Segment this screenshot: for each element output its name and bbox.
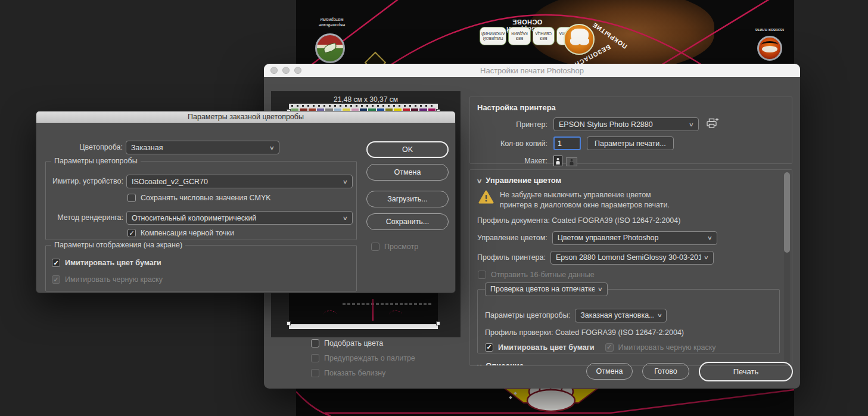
scrollbar-thumb[interactable] bbox=[784, 172, 790, 253]
proof-setup-label: Параметры цветопробы: bbox=[485, 311, 570, 319]
checkbox-label: Имитировать черную краску bbox=[618, 343, 716, 352]
printer-label: Принтер: bbox=[477, 120, 547, 129]
printer-setup-panel: Настройка принтера Принтер: EPSON Stylus… bbox=[469, 97, 792, 164]
chevron-down-icon: ∨ bbox=[598, 286, 603, 292]
simulate-black-checkbox[interactable]: Имитировать черную краску bbox=[52, 275, 163, 284]
device-select[interactable]: ISOcoated_v2_GCR70 ∨ bbox=[126, 175, 353, 188]
custom-proof-dialog: Параметры заказной цветопробы Цветопроба… bbox=[36, 111, 456, 293]
tiny-caption-line bbox=[343, 303, 432, 305]
checkbox-box[interactable] bbox=[127, 229, 136, 237]
checkbox-label: Имитировать цвет бумаги bbox=[498, 343, 595, 352]
color-management-panel: ∨Управление цветом Не забудьте выключить… bbox=[469, 169, 792, 366]
color-management-warning: Не забудьте выключить управление цветом … bbox=[478, 190, 785, 210]
pan-icon bbox=[762, 46, 777, 52]
printer-select-value: EPSON Stylus Photo R2880 bbox=[559, 120, 686, 129]
intent-label: Метод рендеринга: bbox=[46, 213, 123, 222]
printer-select[interactable]: EPSON Stylus Photo R2880 ∨ bbox=[553, 117, 699, 131]
proof-dialog-titlebar[interactable]: Параметры заказной цветопробы bbox=[36, 111, 455, 123]
proof-setup-select[interactable]: Заказная установка... ∨ bbox=[575, 309, 667, 322]
color-management-header[interactable]: ∨Управление цветом bbox=[477, 176, 785, 185]
dialog-footer: Отмена Готово Печать bbox=[264, 354, 800, 389]
simulate-black-checkbox[interactable]: Имитировать черную краску bbox=[605, 343, 716, 352]
proof-profile-line: Профиль проверки: Coated FOGRA39 (ISO 12… bbox=[485, 328, 772, 337]
chevron-down-icon: ∨ bbox=[269, 145, 275, 151]
proof-dialog-buttons: OK Отмена Загрузить... Сохранить... Прос… bbox=[366, 141, 449, 251]
checkbox-box[interactable] bbox=[485, 343, 493, 352]
chevron-down-icon: ∨ bbox=[704, 254, 709, 260]
match-colors-checkbox[interactable]: Подобрать цвета bbox=[311, 339, 415, 347]
checkbox-label: Сохранять числовые значения CMYK bbox=[141, 194, 271, 202]
checkbox-label: Отправить 16-битные данные bbox=[491, 271, 595, 279]
send-16bit-checkbox[interactable]: Отправить 16-битные данные bbox=[478, 271, 785, 279]
load-button[interactable]: Загрузить... bbox=[366, 191, 449, 207]
fist-graphic bbox=[505, 389, 598, 411]
selection-handle[interactable] bbox=[287, 321, 291, 325]
proof-conditions-fieldset: Параметры цветопробы Имитир. устройство:… bbox=[45, 161, 357, 240]
checkbox-label: Просмотр bbox=[384, 243, 418, 251]
printer-setup-header: Настройка принтера bbox=[477, 103, 785, 112]
checkbox-box[interactable] bbox=[478, 271, 486, 279]
warning-icon bbox=[478, 190, 494, 204]
preserve-cmyk-checkbox[interactable]: Сохранять числовые значения CMYK bbox=[127, 194, 271, 202]
proof-preset-select[interactable]: Заказная ∨ bbox=[126, 141, 279, 154]
color-handling-row: Управление цветом: Цветом управляет Phot… bbox=[477, 231, 785, 245]
panel-scrollbar[interactable] bbox=[784, 172, 790, 364]
checkbox-box[interactable] bbox=[605, 343, 614, 352]
leaf-icon bbox=[323, 43, 337, 54]
print-mode-select[interactable]: Проверка цветов на отпечатке ∨ bbox=[485, 282, 608, 296]
chevron-down-icon: ∨ bbox=[343, 215, 348, 221]
color-handling-select[interactable]: Цветом управляет Photoshop ∨ bbox=[552, 231, 717, 245]
document-profile-line: Профиль документа: Coated FOGRA39 (ISO 1… bbox=[477, 216, 785, 225]
eu-materials-logo bbox=[315, 33, 345, 63]
checkbox-label: Подобрать цвета bbox=[324, 339, 383, 347]
checkbox-label: Имитировать черную краску bbox=[65, 275, 163, 284]
right-logo-caption: газовая плита bbox=[750, 27, 789, 33]
simulate-paper-checkbox[interactable]: Имитировать цвет бумаги bbox=[52, 259, 161, 267]
device-value: ISOcoated_v2_GCR70 bbox=[132, 178, 340, 186]
packaging-badge: БЕЗ КАДМИЯ bbox=[508, 27, 530, 45]
print-mode-value: Проверка цветов на отпечатке bbox=[490, 285, 595, 293]
proof-dialog-body: Цветопроба: Заказная ∨ Параметры цветопр… bbox=[36, 123, 455, 293]
proof-preset-value: Заказная bbox=[131, 144, 266, 152]
add-printer-icon[interactable] bbox=[706, 117, 719, 131]
checkbox-label: Компенсация черной точки bbox=[141, 229, 234, 237]
print-options-button[interactable]: Параметры печати... bbox=[587, 136, 674, 150]
proof-setup-row: Параметры цветопробы: Заказная установка… bbox=[485, 309, 772, 322]
printer-profile-label: Профиль принтера: bbox=[477, 253, 546, 262]
selection-handle[interactable] bbox=[436, 321, 440, 325]
done-button[interactable]: Готово bbox=[642, 363, 689, 380]
ok-button[interactable]: OK bbox=[366, 141, 449, 158]
save-button[interactable]: Сохранить... bbox=[366, 213, 449, 230]
crimson-arc-mark bbox=[389, 311, 402, 318]
cancel-button[interactable]: Отмена bbox=[366, 164, 449, 181]
page-size-label: 21,48 см x 30,37 см bbox=[271, 95, 461, 104]
gas-stove-logo bbox=[757, 36, 782, 61]
intent-value: Относительный колориметрический bbox=[132, 214, 340, 222]
copies-label: Кол-во копий: bbox=[477, 139, 547, 148]
print-button[interactable]: Печать bbox=[699, 362, 793, 381]
checkbox-box[interactable] bbox=[52, 259, 60, 267]
portrait-orientation-icon[interactable] bbox=[553, 156, 562, 166]
proof-setup-value: Заказная установка... bbox=[580, 311, 654, 319]
settings-column: Настройка принтера Принтер: EPSON Stylus… bbox=[469, 97, 792, 366]
copies-input[interactable] bbox=[553, 136, 581, 150]
crimson-arc-mark bbox=[323, 311, 337, 318]
cancel-button[interactable]: Отмена bbox=[586, 363, 633, 380]
registration-marks bbox=[291, 105, 435, 107]
checkbox-box[interactable] bbox=[52, 275, 60, 284]
printer-profile-select[interactable]: Epson 2880 Lomond SemiGlossy 30-03-2017.… bbox=[550, 251, 714, 265]
preview-checkbox[interactable]: Просмотр bbox=[371, 243, 449, 251]
simulate-paper-checkbox[interactable]: Имитировать цвет бумаги bbox=[485, 343, 595, 352]
rendering-intent-select[interactable]: Относительный колориметрический ∨ bbox=[126, 211, 353, 225]
window-titlebar[interactable]: Настройки печати Photoshop bbox=[264, 64, 800, 77]
checkbox-box[interactable] bbox=[371, 243, 379, 251]
checkbox-box[interactable] bbox=[311, 339, 319, 347]
checkbox-box[interactable] bbox=[127, 194, 136, 202]
fieldset-legend: Параметры отображения (на экране) bbox=[51, 241, 185, 249]
lungs-icon bbox=[571, 29, 589, 43]
layout-label: Макет: bbox=[477, 157, 547, 165]
printer-profile-value: Epson 2880 Lomond SemiGlossy 30-03-2017.… bbox=[556, 253, 701, 262]
landscape-orientation-icon[interactable] bbox=[566, 157, 577, 166]
black-point-checkbox[interactable]: Компенсация черной точки bbox=[127, 229, 234, 237]
left-logo-caption: европейские материалы bbox=[310, 17, 353, 28]
